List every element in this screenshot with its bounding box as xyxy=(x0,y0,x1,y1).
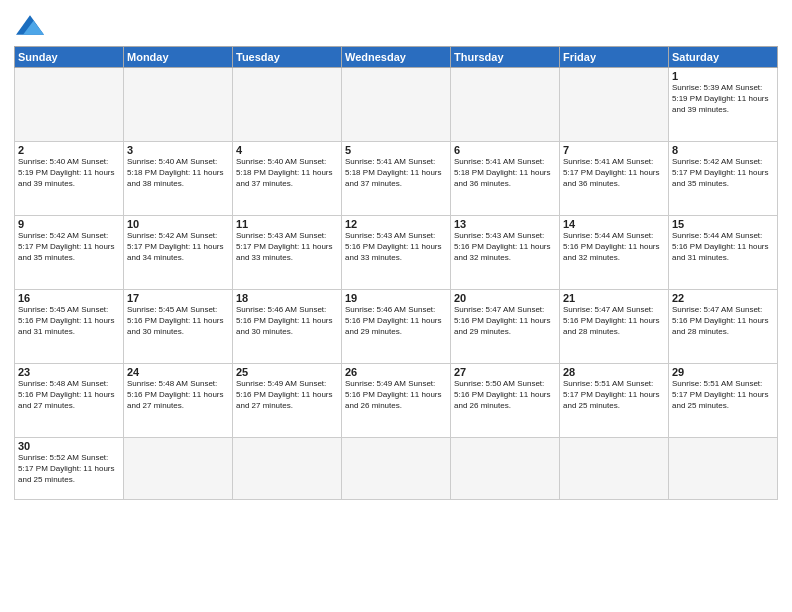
day-number: 26 xyxy=(345,366,447,378)
weekday-header-wednesday: Wednesday xyxy=(342,47,451,68)
day-cell: 19Sunrise: 5:46 AM Sunset: 5:16 PM Dayli… xyxy=(342,290,451,364)
day-cell: 6Sunrise: 5:41 AM Sunset: 5:18 PM Daylig… xyxy=(451,142,560,216)
day-info: Sunrise: 5:45 AM Sunset: 5:16 PM Dayligh… xyxy=(18,305,120,337)
day-number: 11 xyxy=(236,218,338,230)
day-number: 22 xyxy=(672,292,774,304)
day-number: 20 xyxy=(454,292,556,304)
day-number: 6 xyxy=(454,144,556,156)
day-number: 17 xyxy=(127,292,229,304)
day-info: Sunrise: 5:42 AM Sunset: 5:17 PM Dayligh… xyxy=(127,231,229,263)
day-number: 24 xyxy=(127,366,229,378)
day-cell: 26Sunrise: 5:49 AM Sunset: 5:16 PM Dayli… xyxy=(342,364,451,438)
day-number: 8 xyxy=(672,144,774,156)
week-row-4: 23Sunrise: 5:48 AM Sunset: 5:16 PM Dayli… xyxy=(15,364,778,438)
day-info: Sunrise: 5:47 AM Sunset: 5:16 PM Dayligh… xyxy=(454,305,556,337)
day-info: Sunrise: 5:50 AM Sunset: 5:16 PM Dayligh… xyxy=(454,379,556,411)
day-cell: 30Sunrise: 5:52 AM Sunset: 5:17 PM Dayli… xyxy=(15,438,124,500)
day-cell xyxy=(124,68,233,142)
day-info: Sunrise: 5:48 AM Sunset: 5:16 PM Dayligh… xyxy=(18,379,120,411)
day-number: 18 xyxy=(236,292,338,304)
day-number: 30 xyxy=(18,440,120,452)
day-info: Sunrise: 5:48 AM Sunset: 5:16 PM Dayligh… xyxy=(127,379,229,411)
logo-icon xyxy=(16,14,44,36)
day-info: Sunrise: 5:45 AM Sunset: 5:16 PM Dayligh… xyxy=(127,305,229,337)
day-info: Sunrise: 5:47 AM Sunset: 5:16 PM Dayligh… xyxy=(563,305,665,337)
day-info: Sunrise: 5:51 AM Sunset: 5:17 PM Dayligh… xyxy=(563,379,665,411)
day-cell xyxy=(233,438,342,500)
day-info: Sunrise: 5:49 AM Sunset: 5:16 PM Dayligh… xyxy=(345,379,447,411)
day-number: 7 xyxy=(563,144,665,156)
day-cell: 18Sunrise: 5:46 AM Sunset: 5:16 PM Dayli… xyxy=(233,290,342,364)
day-number: 28 xyxy=(563,366,665,378)
day-cell: 12Sunrise: 5:43 AM Sunset: 5:16 PM Dayli… xyxy=(342,216,451,290)
week-row-3: 16Sunrise: 5:45 AM Sunset: 5:16 PM Dayli… xyxy=(15,290,778,364)
day-cell: 1Sunrise: 5:39 AM Sunset: 5:19 PM Daylig… xyxy=(669,68,778,142)
day-cell: 21Sunrise: 5:47 AM Sunset: 5:16 PM Dayli… xyxy=(560,290,669,364)
week-row-0: 1Sunrise: 5:39 AM Sunset: 5:19 PM Daylig… xyxy=(15,68,778,142)
day-cell xyxy=(15,68,124,142)
day-cell xyxy=(560,68,669,142)
day-number: 4 xyxy=(236,144,338,156)
weekday-header-saturday: Saturday xyxy=(669,47,778,68)
day-info: Sunrise: 5:41 AM Sunset: 5:18 PM Dayligh… xyxy=(454,157,556,189)
day-cell xyxy=(342,68,451,142)
day-info: Sunrise: 5:39 AM Sunset: 5:19 PM Dayligh… xyxy=(672,83,774,115)
page: SundayMondayTuesdayWednesdayThursdayFrid… xyxy=(0,0,792,612)
day-number: 2 xyxy=(18,144,120,156)
day-cell: 23Sunrise: 5:48 AM Sunset: 5:16 PM Dayli… xyxy=(15,364,124,438)
day-cell: 5Sunrise: 5:41 AM Sunset: 5:18 PM Daylig… xyxy=(342,142,451,216)
day-cell: 28Sunrise: 5:51 AM Sunset: 5:17 PM Dayli… xyxy=(560,364,669,438)
day-info: Sunrise: 5:46 AM Sunset: 5:16 PM Dayligh… xyxy=(345,305,447,337)
day-info: Sunrise: 5:46 AM Sunset: 5:16 PM Dayligh… xyxy=(236,305,338,337)
day-number: 10 xyxy=(127,218,229,230)
day-info: Sunrise: 5:43 AM Sunset: 5:16 PM Dayligh… xyxy=(345,231,447,263)
day-number: 29 xyxy=(672,366,774,378)
day-cell: 15Sunrise: 5:44 AM Sunset: 5:16 PM Dayli… xyxy=(669,216,778,290)
day-cell: 10Sunrise: 5:42 AM Sunset: 5:17 PM Dayli… xyxy=(124,216,233,290)
day-cell: 29Sunrise: 5:51 AM Sunset: 5:17 PM Dayli… xyxy=(669,364,778,438)
header xyxy=(14,10,778,40)
day-cell: 16Sunrise: 5:45 AM Sunset: 5:16 PM Dayli… xyxy=(15,290,124,364)
week-row-2: 9Sunrise: 5:42 AM Sunset: 5:17 PM Daylig… xyxy=(15,216,778,290)
weekday-header-sunday: Sunday xyxy=(15,47,124,68)
day-number: 21 xyxy=(563,292,665,304)
day-cell: 25Sunrise: 5:49 AM Sunset: 5:16 PM Dayli… xyxy=(233,364,342,438)
day-cell: 3Sunrise: 5:40 AM Sunset: 5:18 PM Daylig… xyxy=(124,142,233,216)
day-info: Sunrise: 5:44 AM Sunset: 5:16 PM Dayligh… xyxy=(672,231,774,263)
day-cell xyxy=(560,438,669,500)
week-row-1: 2Sunrise: 5:40 AM Sunset: 5:19 PM Daylig… xyxy=(15,142,778,216)
day-number: 3 xyxy=(127,144,229,156)
day-info: Sunrise: 5:44 AM Sunset: 5:16 PM Dayligh… xyxy=(563,231,665,263)
day-info: Sunrise: 5:40 AM Sunset: 5:18 PM Dayligh… xyxy=(127,157,229,189)
weekday-header-friday: Friday xyxy=(560,47,669,68)
day-info: Sunrise: 5:52 AM Sunset: 5:17 PM Dayligh… xyxy=(18,453,120,485)
day-info: Sunrise: 5:40 AM Sunset: 5:19 PM Dayligh… xyxy=(18,157,120,189)
weekday-header-monday: Monday xyxy=(124,47,233,68)
day-info: Sunrise: 5:42 AM Sunset: 5:17 PM Dayligh… xyxy=(672,157,774,189)
day-number: 5 xyxy=(345,144,447,156)
day-number: 25 xyxy=(236,366,338,378)
day-cell xyxy=(342,438,451,500)
day-cell xyxy=(669,438,778,500)
day-cell xyxy=(233,68,342,142)
day-number: 14 xyxy=(563,218,665,230)
day-number: 1 xyxy=(672,70,774,82)
day-cell xyxy=(451,68,560,142)
day-cell: 14Sunrise: 5:44 AM Sunset: 5:16 PM Dayli… xyxy=(560,216,669,290)
day-cell: 9Sunrise: 5:42 AM Sunset: 5:17 PM Daylig… xyxy=(15,216,124,290)
day-cell: 27Sunrise: 5:50 AM Sunset: 5:16 PM Dayli… xyxy=(451,364,560,438)
day-info: Sunrise: 5:47 AM Sunset: 5:16 PM Dayligh… xyxy=(672,305,774,337)
day-info: Sunrise: 5:41 AM Sunset: 5:18 PM Dayligh… xyxy=(345,157,447,189)
day-number: 23 xyxy=(18,366,120,378)
day-info: Sunrise: 5:41 AM Sunset: 5:17 PM Dayligh… xyxy=(563,157,665,189)
day-number: 15 xyxy=(672,218,774,230)
week-row-5: 30Sunrise: 5:52 AM Sunset: 5:17 PM Dayli… xyxy=(15,438,778,500)
day-number: 27 xyxy=(454,366,556,378)
day-cell: 11Sunrise: 5:43 AM Sunset: 5:17 PM Dayli… xyxy=(233,216,342,290)
day-cell: 2Sunrise: 5:40 AM Sunset: 5:19 PM Daylig… xyxy=(15,142,124,216)
calendar-table: SundayMondayTuesdayWednesdayThursdayFrid… xyxy=(14,46,778,500)
day-info: Sunrise: 5:49 AM Sunset: 5:16 PM Dayligh… xyxy=(236,379,338,411)
weekday-header-tuesday: Tuesday xyxy=(233,47,342,68)
day-cell: 20Sunrise: 5:47 AM Sunset: 5:16 PM Dayli… xyxy=(451,290,560,364)
day-cell: 24Sunrise: 5:48 AM Sunset: 5:16 PM Dayli… xyxy=(124,364,233,438)
